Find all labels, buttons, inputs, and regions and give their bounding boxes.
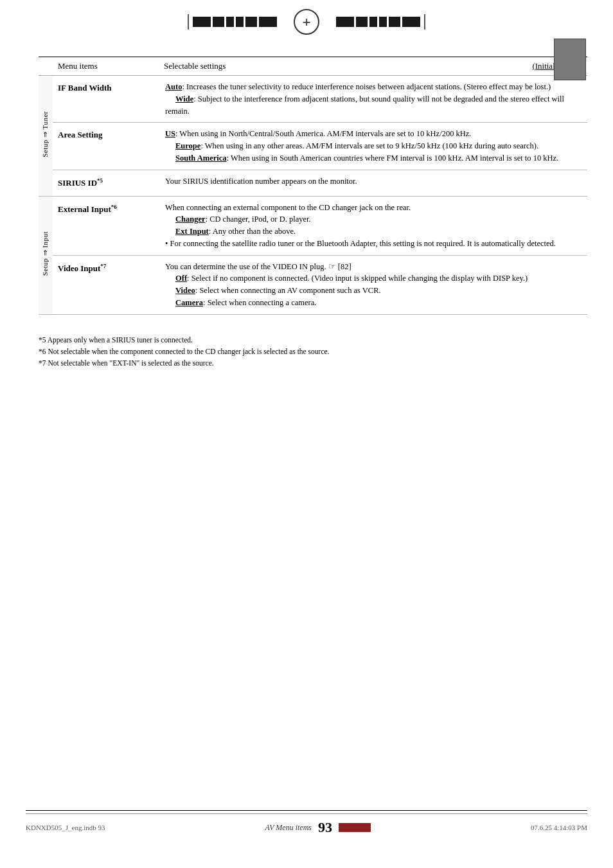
table-row: Setup ⇒ InputExternal Input*6When connec… [39, 196, 587, 255]
table-row: Video Input*7You can determine the use o… [39, 255, 587, 314]
red-block [339, 823, 371, 832]
table-row: Setup ⇒ TunerIF Band WidthAuto: Increase… [39, 76, 587, 123]
term-label: Auto [165, 82, 182, 91]
top-decorative-bar [0, 6, 613, 37]
sidebar-label-text: Setup ⇒ Input [40, 231, 51, 276]
page-label: AV Menu items [265, 823, 312, 833]
bar-thin-right [424, 14, 425, 30]
footnote-2: *6 Not selectable when the component con… [39, 346, 587, 357]
term-label: Changer [175, 215, 206, 224]
menu-item-name: Area Setting [53, 123, 159, 170]
menu-item-description: When connecting an external component to… [159, 196, 587, 255]
sidebar-group-label: Setup ⇒ Input [39, 196, 53, 314]
sidebar-label-text: Setup ⇒ Tuner [40, 111, 51, 157]
term-label: Off [175, 274, 187, 283]
table-body: Setup ⇒ TunerIF Band WidthAuto: Increase… [39, 76, 587, 315]
table-row: SIRIUS ID*5Your SIRIUS identification nu… [39, 170, 587, 196]
main-content: Menu items Selectable settings (Initial … [0, 44, 613, 382]
menu-item-name: External Input*6 [53, 196, 159, 255]
page-number: 93 [318, 819, 332, 836]
bar-blocks-left [193, 17, 277, 27]
footnote-3: *7 Not selectable when "EXT-IN" is selec… [39, 357, 587, 369]
top-crosshair [294, 9, 319, 35]
th-empty-sidebar [39, 57, 53, 76]
menu-item-description: You can determine the use of the VIDEO I… [159, 255, 587, 314]
term-label: Wide [175, 94, 193, 103]
footer-rule-top [26, 810, 587, 811]
footer-bottom: KDNXD505_J_eng.indb 93 AV Menu items 93 … [26, 819, 587, 836]
sidebar-group-label: Setup ⇒ Tuner [39, 76, 53, 197]
footer-rule-bottom [26, 813, 587, 814]
term-label: South America [175, 154, 227, 163]
page-number-section: AV Menu items 93 [265, 819, 371, 836]
corner-image [554, 39, 586, 80]
menu-table: Menu items Selectable settings (Initial … [39, 57, 587, 315]
footnotes-section: *5 Appears only when a SIRIUS tuner is c… [39, 334, 587, 369]
menu-item-name: SIRIUS ID*5 [53, 170, 159, 196]
menu-item-description: Your SIRIUS identification number appear… [159, 170, 587, 196]
term-label: Camera [175, 298, 203, 307]
bar-thin-left [188, 14, 189, 30]
date-info: 07.6.25 4:14:03 PM [531, 824, 587, 831]
menu-item-description: Auto: Increases the tuner selectivity to… [159, 76, 587, 123]
menu-item-name: IF Band Width [53, 76, 159, 123]
th-menu-items: Menu items [53, 57, 159, 76]
table-row: Area SettingUS: When using in North/Cent… [39, 123, 587, 170]
page-footer: KDNXD505_J_eng.indb 93 AV Menu items 93 … [0, 810, 613, 836]
term-label: Video [175, 286, 195, 295]
file-info: KDNXD505_J_eng.indb 93 [26, 824, 105, 831]
th-selectable-settings: Selectable settings (Initial setting) [159, 57, 587, 76]
footnote-1: *5 Appears only when a SIRIUS tuner is c… [39, 334, 587, 346]
menu-item-name: Video Input*7 [53, 255, 159, 314]
term-label: Europe [175, 141, 200, 150]
term-label: Ext Input [175, 227, 209, 236]
bar-blocks-right [336, 17, 420, 27]
table-header-row: Menu items Selectable settings (Initial … [39, 57, 587, 76]
menu-item-description: US: When using in North/Central/South Am… [159, 123, 587, 170]
term-label: US [165, 129, 175, 138]
